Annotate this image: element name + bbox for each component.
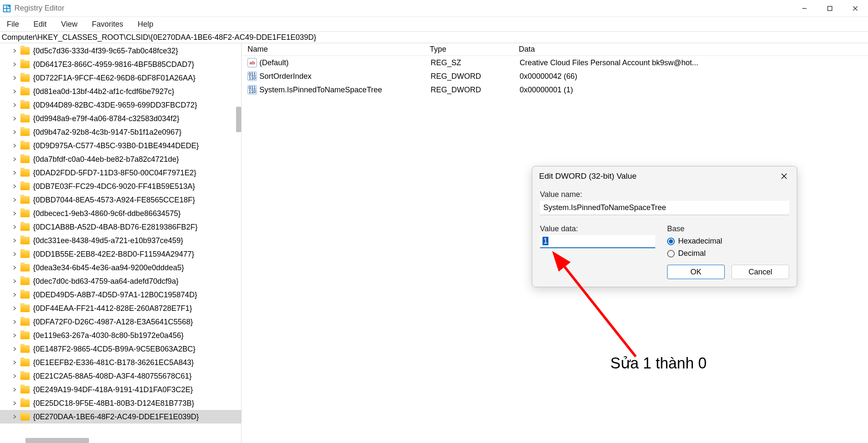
tree-item[interactable]: {0DED49D5-A8B7-4D5D-97A1-12B0C195874D} xyxy=(0,288,241,302)
chevron-right-icon[interactable] xyxy=(12,61,18,67)
ok-button[interactable]: OK xyxy=(667,265,725,279)
tree-item[interactable]: {0dc331ee-8438-49d5-a721-e10b937ce459} xyxy=(0,234,241,247)
tree-item[interactable]: {0dea3e34-6b45-4e36-aa94-9200e0dddea5} xyxy=(0,261,241,274)
tree-item-label: {0d5c7d36-333d-4f39-9c65-7ab0c48fce32} xyxy=(33,47,178,55)
title-bar: Registry Editor xyxy=(0,0,868,17)
tree-item[interactable]: {0D6417E3-866C-4959-9816-4BF5B85CDAD7} xyxy=(0,58,241,71)
chevron-right-icon[interactable] xyxy=(12,89,18,94)
tree-item[interactable]: {0DC1AB8B-A52D-4BA8-BD76-E2819386FB2F} xyxy=(0,220,241,234)
tree-item[interactable]: {0E1487F2-9865-4CD5-B99A-9C5EB063A2BC} xyxy=(0,342,241,356)
chevron-right-icon[interactable] xyxy=(12,332,18,338)
folder-icon xyxy=(20,264,30,271)
chevron-right-icon[interactable] xyxy=(12,224,18,230)
tree-item[interactable]: {0e119e63-267a-4030-8c80-5b1972e0a456} xyxy=(0,329,241,342)
content-area: {0d5c7d36-333d-4f39-9c65-7ab0c48fce32}{0… xyxy=(0,43,868,443)
tree-item[interactable]: {0E25DC18-9F5E-48B1-80B3-D124E81B773B} xyxy=(0,396,241,410)
chevron-right-icon[interactable] xyxy=(12,414,18,420)
radio-decimal[interactable]: Decimal xyxy=(667,249,789,258)
radio-icon xyxy=(667,238,675,245)
folder-icon xyxy=(20,169,30,177)
tree-item[interactable]: {0DFA72F0-D26C-4987-A128-E3A5641C5568} xyxy=(0,315,241,329)
value-name-field[interactable]: System.IsPinnedToNameSpaceTree xyxy=(540,201,789,215)
folder-icon xyxy=(20,115,30,122)
folder-icon xyxy=(20,128,30,136)
folder-icon xyxy=(20,359,30,366)
tree-horizontal-scrollbar-thumb[interactable] xyxy=(25,438,89,443)
chevron-right-icon[interactable] xyxy=(12,305,18,311)
folder-icon xyxy=(20,142,30,150)
chevron-right-icon[interactable] xyxy=(12,48,18,54)
chevron-right-icon[interactable] xyxy=(12,292,18,298)
edit-dword-dialog: Edit DWORD (32-bit) Value Value name: Sy… xyxy=(532,166,797,287)
chevron-right-icon[interactable] xyxy=(12,400,18,406)
tree-pane[interactable]: {0d5c7d36-333d-4f39-9c65-7ab0c48fce32}{0… xyxy=(0,43,242,443)
chevron-right-icon[interactable] xyxy=(12,116,18,122)
tree-item[interactable]: {0d5c7d36-333d-4f39-9c65-7ab0c48fce32} xyxy=(0,44,241,58)
dialog-backdrop: Edit DWORD (32-bit) Value Value name: Sy… xyxy=(242,43,868,443)
maximize-button[interactable] xyxy=(817,0,843,17)
value-data-field[interactable]: 1 xyxy=(540,235,655,248)
menu-view[interactable]: View xyxy=(59,19,79,30)
chevron-right-icon[interactable] xyxy=(12,373,18,379)
chevron-right-icon[interactable] xyxy=(12,129,18,135)
menu-file[interactable]: File xyxy=(5,19,21,30)
folder-icon xyxy=(20,155,30,163)
chevron-right-icon[interactable] xyxy=(12,278,18,284)
tree-item[interactable]: {0E1EEFB2-E336-481C-B178-36261EC5A843} xyxy=(0,356,241,369)
chevron-right-icon[interactable] xyxy=(12,170,18,176)
tree-item-label: {0dea3e34-6b45-4e36-aa94-9200e0dddea5} xyxy=(33,263,184,272)
tree-item[interactable]: {0E249A19-94DF-418A-9191-41D1FA0F3C2E} xyxy=(0,383,241,396)
chevron-right-icon[interactable] xyxy=(12,197,18,203)
radio-hexadecimal[interactable]: Hexadecimal xyxy=(667,237,789,246)
dialog-close-button[interactable] xyxy=(778,170,790,182)
tree-item-label: {0E270DAA-1BE6-48F2-AC49-DDE1FE1E039D} xyxy=(33,413,199,421)
tree-item-label: {0dc331ee-8438-49d5-a721-e10b937ce459} xyxy=(33,236,183,245)
cancel-button[interactable]: Cancel xyxy=(732,265,789,279)
chevron-right-icon[interactable] xyxy=(12,143,18,149)
tree-item[interactable]: {0dbecec1-9eb3-4860-9c6f-ddbe86634575} xyxy=(0,207,241,220)
tree-item[interactable]: {0da7bfdf-c0a0-44eb-be82-b7a82c4721de} xyxy=(0,152,241,166)
chevron-right-icon[interactable] xyxy=(12,251,18,257)
tree-item[interactable]: {0D722F1A-9FCF-4E62-96D8-6DF8F01A26AA} xyxy=(0,71,241,85)
tree-item[interactable]: {0d9948a9-e79f-4a06-8784-c32583d034f2} xyxy=(0,112,241,125)
chevron-right-icon[interactable] xyxy=(12,346,18,352)
chevron-right-icon[interactable] xyxy=(12,210,18,216)
folder-icon xyxy=(20,101,30,109)
tree-item[interactable]: {0DAD2FDD-5FD7-11D3-8F50-00C04F7971E2} xyxy=(0,166,241,180)
chevron-right-icon[interactable] xyxy=(12,75,18,81)
menu-favorites[interactable]: Favorites xyxy=(90,19,125,30)
minimize-button[interactable] xyxy=(792,0,817,17)
tree-item[interactable]: {0E270DAA-1BE6-48F2-AC49-DDE1FE1E039D} xyxy=(0,410,241,424)
tree-item[interactable]: {0D9D975A-C577-4B5C-93B0-D1BE4944DEDE} xyxy=(0,139,241,152)
tree-item[interactable]: {0E21C2A5-88A5-408D-A3F4-480755678C61} xyxy=(0,369,241,383)
tree-item[interactable]: {0d81ea0d-13bf-44b2-af1c-fcdf6be7927c} xyxy=(0,85,241,98)
chevron-right-icon[interactable] xyxy=(12,360,18,365)
tree-item-label: {0DAD2FDD-5FD7-11D3-8F50-00C04F7971E2} xyxy=(33,169,196,177)
folder-icon xyxy=(20,74,30,82)
chevron-right-icon[interactable] xyxy=(12,265,18,271)
base-label: Base xyxy=(667,224,789,233)
tree-item[interactable]: {0DBD7044-8EA5-4573-A924-FE8565CCE18F} xyxy=(0,193,241,207)
menu-edit[interactable]: Edit xyxy=(32,19,48,30)
folder-icon xyxy=(20,277,30,285)
tree-item[interactable]: {0D944D89-82BC-43DE-9659-699DD3FBCD72} xyxy=(0,98,241,112)
tree-item-label: {0d9b47a2-92b8-4c3b-9147-5b1f1a2e0967} xyxy=(33,128,181,137)
chevron-right-icon[interactable] xyxy=(12,238,18,244)
close-button[interactable] xyxy=(843,0,868,17)
tree-item[interactable]: {0d9b47a2-92b8-4c3b-9147-5b1f1a2e0967} xyxy=(0,125,241,139)
menu-bar: File Edit View Favorites Help xyxy=(0,17,868,31)
tree-item[interactable]: {0DF44EAA-FF21-4412-828E-260A8728E7F1} xyxy=(0,302,241,315)
chevron-right-icon[interactable] xyxy=(12,319,18,325)
address-bar[interactable]: Computer\HKEY_CLASSES_ROOT\CLSID\{0E270D… xyxy=(0,31,868,43)
chevron-right-icon[interactable] xyxy=(12,156,18,162)
radio-hex-label: Hexadecimal xyxy=(678,237,722,246)
tree-item[interactable]: {0DD1B55E-2EB8-42E2-B8D0-F11594A29477} xyxy=(0,247,241,261)
tree-item[interactable]: {0dec7d0c-bd63-4759-aa64-adefd70dcf9a} xyxy=(0,274,241,288)
chevron-right-icon[interactable] xyxy=(12,387,18,393)
chevron-right-icon[interactable] xyxy=(12,102,18,108)
tree-vertical-scrollbar-thumb[interactable] xyxy=(236,107,241,132)
chevron-right-icon[interactable] xyxy=(12,183,18,189)
menu-help[interactable]: Help xyxy=(136,19,155,30)
tree-item[interactable]: {0DB7E03F-FC29-4DC6-9020-FF41B59E513A} xyxy=(0,180,241,193)
tree-item-label: {0DC1AB8B-A52D-4BA8-BD76-E2819386FB2F} xyxy=(33,223,198,232)
